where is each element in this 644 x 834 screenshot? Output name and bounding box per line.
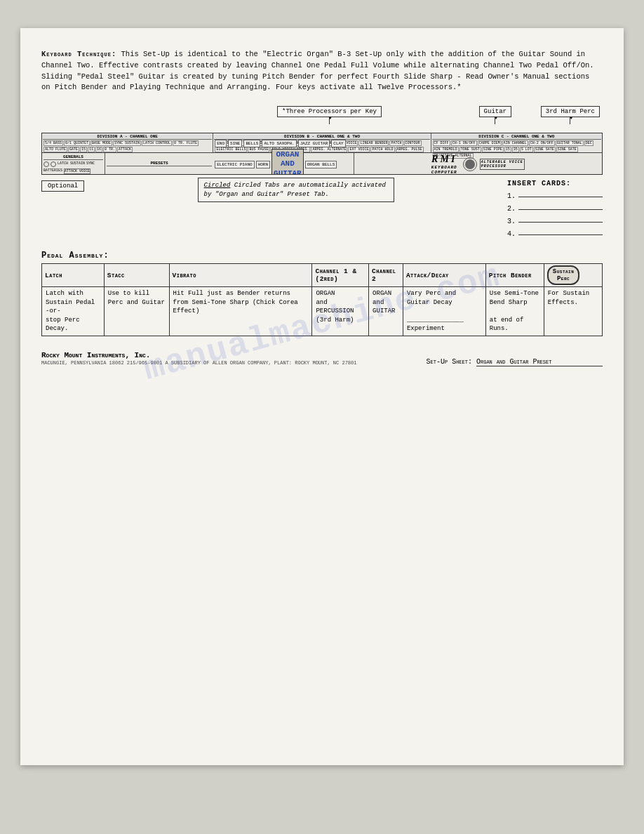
insert-num-1: 1.	[507, 190, 516, 203]
ctrl-c8: AIN TREMOLO	[433, 147, 459, 152]
below-diagram-row: Optional Circled Circled Tabs are automa…	[41, 178, 603, 241]
preset-organ-bells: ORGAN BELLS	[305, 161, 337, 168]
insert-line-blank-1	[518, 197, 603, 197]
ctrl-a6: 0 TR. FLUTE	[173, 140, 199, 146]
generals-section: GENERALS LATCH SUSTAIN SYNC BATTERIES AT…	[42, 153, 105, 175]
insert-line-blank-2	[518, 209, 603, 210]
col-attack-decay: Attack/Decay	[403, 264, 485, 287]
arrow-down-guitar	[495, 117, 495, 124]
division-a: DIVISION A - CHANNEL ONE 5/4 BASS 0/1 QU…	[42, 133, 213, 152]
col-latch: Latch	[42, 264, 105, 287]
ctrl-c11: 15	[504, 147, 511, 152]
cell-stacc: Use to kill Perc and Guitar	[104, 287, 169, 336]
ctrl-a1: 5/4 BASS	[43, 140, 63, 146]
preset-organ-guitar[interactable]: ORGANANDGUITAR	[271, 149, 304, 175]
col-stacc: Stacc	[104, 264, 169, 287]
footer-left: Rocky Mount Instruments, Inc. MACUNGIE, …	[41, 350, 356, 366]
insert-cards-label: INSERT CARDS:	[507, 180, 571, 187]
presets-section: PRESETS ENO SINE BELLS ALTO SAXOPH. JAZZ…	[105, 153, 354, 175]
ctrl-c4: AIN CHANNEL	[502, 140, 528, 146]
division-c: DIVISION C - CHANNEL ONE & TWO CF DIFF C…	[431, 133, 602, 152]
division-a-label: DIVISION A - CHANNEL ONE	[43, 134, 212, 140]
ctrl-a4: SYNC SUSTAIN	[113, 140, 141, 146]
preset-epiano: ELECTRIC PIANO	[215, 161, 254, 168]
footer-address: MACUNGIE, PENNSYLVANIA 18062 215/965-980…	[41, 360, 356, 366]
col-channel2: Channel 2	[369, 264, 403, 287]
ctrl-c3: CARPE DIEM	[478, 140, 502, 146]
circled-text: Circled	[204, 182, 231, 189]
ctrl-c9: TONE SUST	[459, 147, 481, 152]
pedal-assembly-title: Pedal Assembly:	[41, 251, 603, 260]
ctrl-b16: ARPEG. PULSE	[396, 147, 424, 152]
col-sustain-perc: SustainPerc	[544, 264, 602, 287]
preset-sine: SINE	[228, 140, 242, 147]
ctrl-c6: GUITAR TONAL	[556, 140, 584, 146]
insert-num-4: 4.	[507, 228, 516, 241]
ctrl-c15: SINE SATE	[556, 147, 578, 152]
keyboard-strip-bottom: GENERALS LATCH SUSTAIN SYNC BATTERIES AT…	[42, 153, 602, 175]
arrow-down-center	[329, 117, 330, 124]
pedal-table: Latch Stacc Vibrato Channel 1 &(2red) Ch…	[41, 263, 603, 336]
ctrl-c10: SINE PIPE	[482, 147, 504, 152]
ctrl-b15: PATCH HOLD	[370, 147, 394, 152]
insert-line-4: 4.	[507, 228, 603, 241]
cell-pitch-bender: Use Semi-Tone Bend Sharpat end of Runs.	[485, 287, 544, 336]
pedal-table-header-row: Latch Stacc Vibrato Channel 1 &(2red) Ch…	[42, 264, 603, 287]
preset-eno: ENO	[215, 140, 227, 147]
footer-right: Set-Up Sheet: Organ and Guitar Preset	[427, 358, 603, 366]
insert-num-2: 2.	[507, 203, 516, 216]
arrow-down-3rd	[570, 117, 570, 124]
ctrl-c5: CH-2 ON/OFF	[529, 140, 555, 146]
preset-clay: CLAY	[331, 140, 345, 147]
ctrl-c1: CF DIFF	[433, 140, 450, 146]
circled-tabs-box: Circled Circled Tabs are automatically a…	[198, 178, 394, 202]
cell-sustain-perc: For Sustain Effects.	[544, 287, 602, 336]
diagram-top-labels-row: *Three Processors per Key Guitar 3rd Har…	[41, 106, 603, 131]
optional-box: Optional	[41, 180, 84, 192]
keyboard-strip: DIVISION A - CHANNEL ONE 5/4 BASS 0/1 QU…	[41, 133, 603, 175]
ctrl-b8: CONTOUR	[404, 140, 422, 146]
footer-company: Rocky Mount Instruments, Inc.	[41, 350, 356, 360]
ctrl-a11: 16	[95, 147, 102, 152]
pedal-table-row: Latch with Sustain Pedal-or-stop PercDec…	[42, 287, 603, 336]
organ-guitar-text: ORGANANDGUITAR	[274, 150, 302, 175]
ctrl-a13: ATTACK	[117, 147, 133, 152]
keyboard-technique-section: Keyboard Technique: This Set-Up is ident…	[41, 49, 603, 93]
ctrl-a7: ALTO FLUTE	[43, 147, 67, 152]
setup-sheet-value: Organ and Guitar Preset	[476, 358, 603, 366]
insert-line-3: 3.	[507, 216, 603, 228]
cell-channel2: ORGANandGUITAR	[369, 287, 403, 336]
footer: Rocky Mount Instruments, Inc. MACUNGIE, …	[41, 350, 603, 366]
ctrl-c13: S LOT	[520, 147, 533, 152]
col-vibrato: Vibrato	[169, 264, 312, 287]
ctrl-a3: BASE MODE	[90, 140, 112, 146]
ctrl-a8: GATE	[68, 147, 79, 152]
rmi-logo: RMI	[431, 154, 457, 165]
ctrl-a2: 0/1 QUINTET	[64, 140, 90, 146]
insert-line-blank-4	[518, 234, 603, 235]
ctrl-a5: LATCH CONTROL	[142, 140, 172, 146]
tabs-text: Circled Tabs are automatically activated…	[204, 182, 386, 198]
cell-attack-decay: Vary Perc and Guitar Decay______________…	[403, 287, 485, 336]
division-a-controls: 5/4 BASS 0/1 QUINTET BASE MODE SYNC SUST…	[43, 140, 212, 153]
ctrl-b6: LINEAR BENDER	[358, 140, 389, 146]
insert-num-3: 3.	[507, 216, 516, 228]
division-b-label: DIVISION B - CHANNEL ONE & TWO	[214, 134, 429, 140]
setup-sheet-label: Set-Up Sheet:	[427, 358, 472, 366]
ctrl-c12: 35	[512, 147, 519, 152]
preset-horn: HORN	[256, 161, 270, 168]
division-c-label: DIVISION C - CHANNEL ONE & TWO	[432, 134, 601, 140]
keyboard-technique-label: Keyboard Technique:	[41, 50, 116, 58]
insert-line-2: 2.	[507, 203, 603, 216]
rmi-logo-section: RMI KEYBOARDCOMPUTER ALTERABLE VOICEPROC…	[354, 153, 603, 175]
ctrl-c7: DEC	[584, 140, 593, 146]
sustain-perc-badge: SustainPerc	[547, 265, 580, 285]
ctrl-c14: SINE SATE	[534, 147, 556, 152]
preset-bells: BELLS	[243, 140, 260, 147]
keyboard-technique-text: This Set-Up is identical to the "Electri…	[41, 50, 594, 91]
rmi-keyboard-computer: KEYBOARDCOMPUTER	[431, 165, 457, 175]
cell-latch: Latch with Sustain Pedal-or-stop PercDec…	[42, 287, 105, 336]
ctrl-a10: 11	[88, 147, 95, 152]
ctrl-c2: CH-1 ON/OFF	[451, 140, 477, 146]
ctrl-a12: 0 TR.	[103, 147, 116, 152]
